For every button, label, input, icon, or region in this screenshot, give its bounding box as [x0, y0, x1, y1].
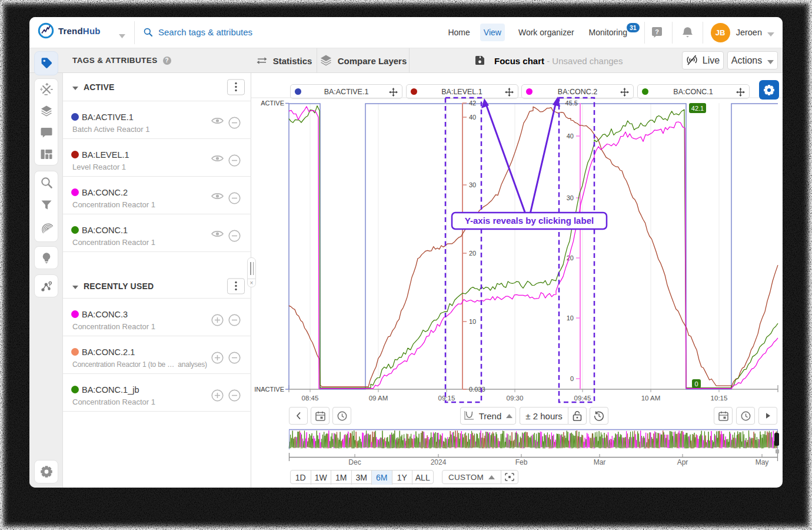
- svg-text:40: 40: [469, 114, 476, 121]
- svg-text:30: 30: [567, 194, 574, 201]
- svg-text:10: 10: [469, 318, 476, 325]
- svg-text:10: 10: [567, 314, 574, 322]
- svg-text:Mar: Mar: [594, 458, 606, 466]
- svg-text:Feb: Feb: [515, 458, 528, 466]
- svg-text:?: ?: [655, 28, 659, 35]
- svg-text:20: 20: [567, 254, 574, 261]
- svg-text:09:15: 09:15: [438, 395, 455, 402]
- svg-text:May: May: [756, 458, 769, 466]
- svg-text:45.5: 45.5: [565, 100, 578, 107]
- svg-text:2024: 2024: [431, 458, 447, 466]
- svg-text:09:45: 09:45: [574, 395, 591, 402]
- svg-text:10 AM: 10 AM: [641, 395, 661, 402]
- svg-text:Y-axis reveals by clicking lab: Y-axis reveals by clicking label: [465, 216, 594, 226]
- svg-text:42: 42: [469, 100, 476, 107]
- svg-text:Dec: Dec: [348, 458, 361, 466]
- svg-text:42.1: 42.1: [691, 105, 704, 112]
- svg-text:ACTIVE: ACTIVE: [261, 100, 284, 107]
- svg-text:Apr: Apr: [677, 458, 688, 466]
- svg-text:0.033: 0.033: [469, 386, 485, 393]
- svg-text:08:45: 08:45: [302, 395, 319, 402]
- svg-text:0: 0: [694, 380, 698, 387]
- svg-text:INACTIVE: INACTIVE: [254, 386, 284, 393]
- svg-text:09 AM: 09 AM: [369, 395, 388, 402]
- svg-text:09:30: 09:30: [507, 395, 524, 402]
- svg-text:40: 40: [567, 132, 574, 140]
- svg-text:20: 20: [469, 250, 476, 257]
- svg-text:0: 0: [570, 375, 574, 382]
- svg-text:10:15: 10:15: [711, 395, 728, 402]
- svg-text:30: 30: [469, 181, 476, 188]
